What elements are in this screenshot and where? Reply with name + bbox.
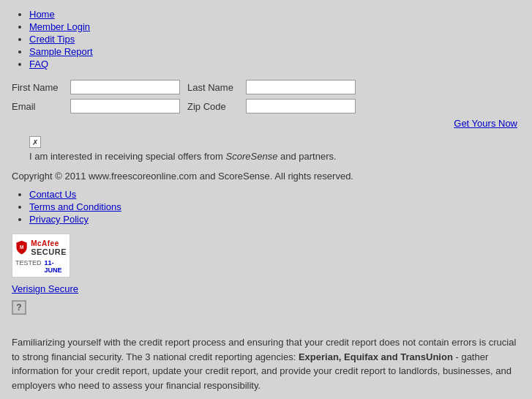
mcafee-tested-label: TESTED	[15, 259, 42, 274]
mcafee-date: 11-JUNE	[45, 259, 67, 274]
offer-text-before: I am interested in receiving special off…	[29, 151, 226, 162]
footer-link-item-contact[interactable]: Contact Us	[29, 189, 520, 200]
zip-code-label: Zip Code	[187, 101, 246, 112]
email-input[interactable]	[70, 99, 180, 113]
mcafee-text: McAfee SECURE	[31, 239, 67, 256]
offer-text-after: and partners.	[277, 151, 336, 162]
offer-list: ✗ I am interested in receiving special o…	[29, 136, 520, 162]
offer-text-item: I am interested in receiving special off…	[29, 151, 520, 162]
nav-link-credit-tips[interactable]: Credit Tips	[29, 34, 75, 45]
nav-list: Home Member Login Credit Tips Sample Rep…	[29, 9, 520, 70]
privacy-link[interactable]: Privacy Policy	[29, 214, 89, 225]
nav-link-faq[interactable]: FAQ	[29, 59, 48, 70]
nav-item-faq[interactable]: FAQ	[29, 59, 520, 70]
footer-link-item-terms[interactable]: Terms and Conditions	[29, 201, 520, 212]
nav-item-credit-tips[interactable]: Credit Tips	[29, 34, 520, 45]
svg-text:M: M	[20, 245, 23, 250]
description-section: Familiarizing yourself with the credit r…	[12, 335, 520, 392]
name-row: First Name Last Name	[12, 80, 520, 94]
description-bold-text: Experian, Equifax and TransUnion	[299, 351, 453, 362]
terms-link[interactable]: Terms and Conditions	[29, 201, 121, 212]
contact-us-link[interactable]: Contact Us	[29, 189, 76, 200]
first-name-label: First Name	[12, 82, 70, 93]
zip-code-input[interactable]	[246, 99, 356, 113]
mcafee-shield-icon: M	[15, 237, 28, 258]
mcafee-secure-label: SECURE	[31, 247, 67, 256]
nav-item-sample-report[interactable]: Sample Report	[29, 46, 520, 57]
last-name-label: Last Name	[187, 82, 246, 93]
checkbox-icon[interactable]: ✗	[29, 136, 41, 148]
nav-link-home[interactable]: Home	[29, 9, 55, 20]
nav-item-home[interactable]: Home	[29, 9, 520, 20]
signup-form: First Name Last Name Email Zip Code Get …	[12, 80, 520, 129]
copyright-text: Copyright © 2011 www.freescoreonline.com…	[12, 171, 353, 182]
copyright: Copyright © 2011 www.freescoreonline.com…	[12, 171, 520, 182]
mcafee-tested-row: TESTED 11-JUNE	[15, 259, 67, 274]
mcafee-badge: M McAfee SECURE TESTED 11-JUNE	[12, 234, 70, 277]
first-name-input[interactable]	[70, 80, 180, 94]
offer-brand: ScoreSense	[226, 151, 278, 162]
mcafee-brand: McAfee	[31, 239, 67, 247]
verisign-link[interactable]: Verisign Secure	[12, 283, 520, 294]
get-yours-row: Get Yours Now	[12, 118, 520, 129]
checkbox-item: ✗	[29, 136, 520, 148]
question-mark-icon[interactable]: ?	[12, 300, 26, 315]
nav-item-member-login[interactable]: Member Login	[29, 21, 520, 32]
email-row: Email Zip Code	[12, 99, 520, 113]
footer-link-item-privacy[interactable]: Privacy Policy	[29, 214, 520, 225]
footer-links: Contact Us Terms and Conditions Privacy …	[29, 189, 520, 225]
get-yours-link[interactable]: Get Yours Now	[454, 118, 520, 129]
email-label: Email	[12, 101, 70, 112]
nav-link-sample-report[interactable]: Sample Report	[29, 46, 93, 57]
security-section: M McAfee SECURE TESTED 11-JUNE Verisign …	[12, 234, 520, 325]
offer-text: I am interested in receiving special off…	[29, 151, 337, 162]
mcafee-top: M McAfee SECURE	[15, 237, 67, 258]
nav-link-member-login[interactable]: Member Login	[29, 21, 90, 32]
last-name-input[interactable]	[246, 80, 356, 94]
